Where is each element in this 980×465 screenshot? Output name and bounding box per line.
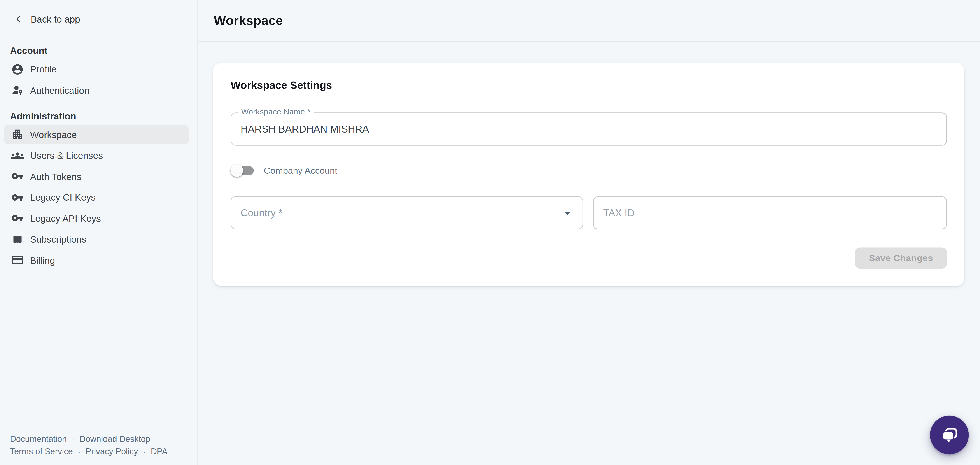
toggle-thumb: [231, 164, 243, 177]
chat-bubbles-icon: [940, 425, 959, 445]
page-header: Workspace: [197, 0, 980, 42]
separator-dot: ·: [72, 433, 74, 445]
sidebar-item-label: Auth Tokens: [30, 171, 81, 182]
sidebar-item-subscriptions[interactable]: Subscriptions: [4, 229, 189, 249]
workspace-settings-card: Workspace Settings Workspace Name * Comp…: [213, 62, 964, 286]
separator-dot: ·: [78, 445, 81, 457]
sidebar-item-users-licenses[interactable]: Users & Licenses: [4, 146, 189, 165]
tax-id-field: [593, 196, 947, 229]
workspace-name-label: Workspace Name *: [238, 107, 314, 116]
chevron-down-icon: [560, 205, 575, 220]
sidebar-item-label: Subscriptions: [30, 234, 86, 245]
save-changes-button[interactable]: Save Changes: [855, 247, 947, 269]
tax-id-input[interactable]: [594, 197, 946, 229]
sidebar-item-legacy-api-keys[interactable]: Legacy API Keys: [4, 209, 189, 228]
dpa-link[interactable]: DPA: [151, 445, 167, 457]
settings-sidebar: Back to app Account Profile Authenticati…: [0, 0, 197, 465]
account-circle-icon: [11, 63, 24, 75]
sidebar-item-label: Legacy API Keys: [30, 213, 101, 223]
credit-card-icon: [11, 254, 24, 266]
person-key-icon: [11, 84, 24, 96]
sidebar-item-label: Legacy CI Keys: [30, 192, 95, 202]
sidebar-item-billing[interactable]: Billing: [4, 250, 189, 270]
section-title-administration: Administration: [0, 110, 197, 121]
sidebar-item-label: Authentication: [30, 84, 89, 96]
sidebar-item-legacy-ci-keys[interactable]: Legacy CI Keys: [4, 188, 189, 207]
sidebar-item-workspace[interactable]: Workspace: [4, 125, 189, 144]
workspace-name-field: Workspace Name *: [231, 112, 947, 145]
key-icon: [11, 212, 24, 225]
sidebar-item-authentication[interactable]: Authentication: [4, 80, 189, 100]
chat-launcher-button[interactable]: [930, 416, 969, 454]
sidebar-item-auth-tokens[interactable]: Auth Tokens: [4, 166, 189, 186]
settings-app: Back to app Account Profile Authenticati…: [0, 0, 980, 465]
separator-dot: ·: [143, 445, 146, 457]
account-nav-list: Profile Authentication: [0, 59, 197, 100]
sidebar-item-label: Users & Licenses: [30, 150, 103, 161]
administration-nav-list: Workspace Users & Licenses Auth Tokens L…: [0, 125, 197, 270]
back-to-app-label: Back to app: [30, 14, 80, 24]
card-title: Workspace Settings: [213, 62, 964, 92]
documentation-link[interactable]: Documentation: [10, 433, 67, 445]
country-select[interactable]: Country *: [231, 196, 583, 229]
company-account-row: Company Account: [231, 164, 947, 177]
terms-of-service-link[interactable]: Terms of Service: [10, 445, 73, 457]
building-icon: [11, 128, 24, 141]
sidebar-item-label: Profile: [30, 64, 57, 74]
bars-icon: [11, 233, 24, 245]
section-title-account: Account: [0, 45, 197, 56]
main-content: Workspace Workspace Settings Workspace N…: [197, 0, 980, 465]
card-actions: Save Changes: [231, 247, 947, 269]
country-tax-row: Country *: [231, 196, 947, 229]
privacy-policy-link[interactable]: Privacy Policy: [86, 445, 138, 457]
sidebar-footer: Documentation · Download Desktop Terms o…: [10, 433, 167, 457]
country-select-label: Country *: [240, 207, 560, 218]
page-title: Workspace: [214, 13, 283, 28]
sidebar-item-label: Workspace: [30, 129, 77, 140]
chevron-left-icon: [13, 14, 24, 24]
sidebar-item-profile[interactable]: Profile: [4, 59, 189, 79]
download-desktop-link[interactable]: Download Desktop: [80, 433, 150, 445]
company-account-toggle[interactable]: [231, 164, 255, 177]
key-icon: [11, 191, 24, 204]
back-to-app-button[interactable]: Back to app: [0, 13, 197, 25]
key-icon: [11, 170, 24, 182]
sidebar-item-label: Billing: [30, 255, 55, 265]
workspace-name-input[interactable]: [231, 113, 946, 145]
groups-icon: [11, 149, 24, 161]
company-account-label: Company Account: [264, 166, 337, 175]
